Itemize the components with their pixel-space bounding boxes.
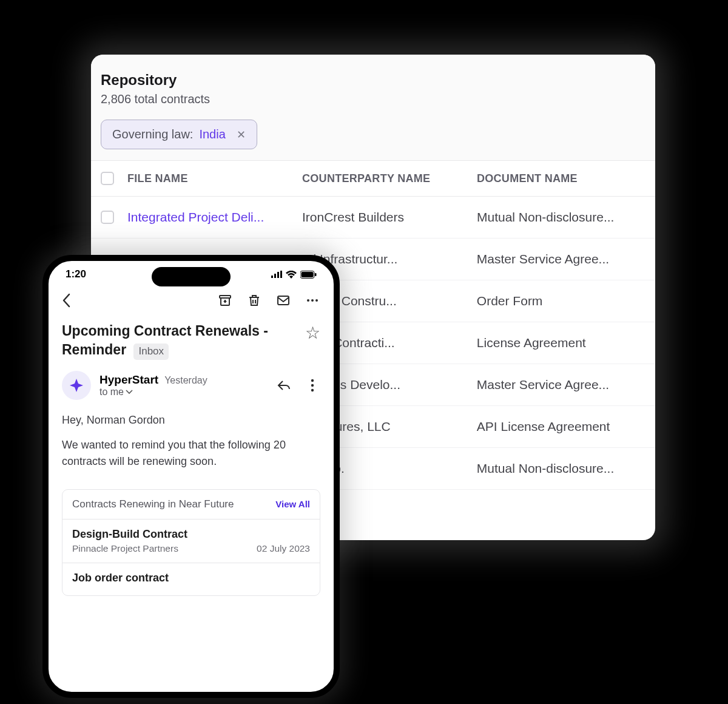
filter-chip-governing-law[interactable]: Governing law: India ✕ [101, 120, 257, 149]
renewal-item-title: Job order contract [72, 572, 310, 584]
column-file-name[interactable]: FILE NAME [127, 172, 302, 185]
mail-time: Yesterday [164, 375, 207, 386]
cell-counterparty: IronCrest Builders [302, 210, 477, 225]
back-button[interactable] [62, 293, 70, 308]
close-icon[interactable]: ✕ [237, 128, 246, 141]
mail-icon[interactable] [275, 293, 291, 308]
cell-document-name: Mutual Non-disclosure... [477, 210, 645, 225]
table-row[interactable]: Integrated Project Deli...IronCrest Buil… [91, 197, 655, 239]
svg-rect-1 [274, 274, 276, 278]
column-document-name[interactable]: DOCUMENT NAME [477, 172, 645, 185]
battery-icon [300, 271, 317, 279]
cell-document-name: Master Service Agree... [477, 377, 645, 392]
sender-name[interactable]: HyperStart [99, 373, 158, 387]
mail-paragraph: We wanted to remind you that the followi… [62, 437, 320, 470]
renewal-item-title: Design-Build Contract [72, 528, 310, 541]
renewal-item-party: Pinnacle Project Partners [72, 543, 178, 554]
svg-point-12 [311, 379, 314, 382]
row-checkbox[interactable] [101, 211, 114, 224]
status-time: 1:20 [66, 268, 86, 280]
cell-document-name: Order Form [477, 294, 645, 308]
repository-header: Repository 2,806 total contracts Governi… [91, 55, 655, 161]
recipient-line[interactable]: to me [99, 387, 268, 398]
svg-rect-8 [278, 296, 289, 305]
recipient-text: to me [99, 387, 124, 398]
cell-document-name: Master Service Agree... [477, 252, 645, 266]
repository-title: Repository [101, 72, 645, 89]
filter-value: India [199, 127, 225, 141]
svg-rect-5 [302, 272, 314, 277]
svg-rect-2 [277, 272, 279, 278]
cell-document-name: Mutual Non-disclosure... [477, 461, 645, 476]
signal-icon [271, 271, 282, 278]
renewal-list: Design-Build ContractPinnacle Project Pa… [62, 520, 320, 595]
svg-rect-3 [280, 271, 282, 278]
svg-point-9 [307, 299, 309, 302]
renewal-card: Contracts Renewing in Near Future View A… [62, 489, 320, 596]
more-icon[interactable] [305, 293, 320, 308]
mail-meta: HyperStart Yesterday to me [49, 371, 334, 412]
cell-document-name: API License Agreement [477, 419, 645, 434]
mail-toolbar [49, 284, 334, 314]
svg-point-14 [311, 389, 314, 391]
cell-file-name[interactable]: Integrated Project Deli... [127, 210, 302, 225]
cell-document-name: License Agreement [477, 336, 645, 350]
repository-subtitle: 2,806 total contracts [101, 92, 645, 106]
renewal-card-header: Contracts Renewing in Near Future View A… [62, 490, 320, 520]
wifi-icon [286, 271, 297, 279]
svg-rect-6 [315, 273, 317, 276]
star-icon[interactable]: ☆ [305, 323, 320, 343]
mail-subject: Upcoming Contract Renewals - Reminder In… [62, 322, 295, 360]
sender-avatar[interactable] [62, 371, 91, 400]
table-header-row: FILE NAME COUNTERPARTY NAME DOCUMENT NAM… [91, 161, 655, 197]
renewal-item[interactable]: Design-Build ContractPinnacle Project Pa… [62, 520, 320, 563]
svg-point-13 [311, 384, 314, 387]
chevron-down-icon [126, 390, 133, 394]
folder-tag[interactable]: Inbox [133, 344, 169, 360]
column-counterparty[interactable]: COUNTERPARTY NAME [302, 172, 477, 185]
view-all-link[interactable]: View All [275, 499, 310, 509]
svg-point-10 [311, 299, 314, 302]
filter-label: Governing law: [112, 127, 193, 141]
phone-notch [152, 267, 231, 286]
delete-icon[interactable] [246, 293, 262, 308]
reply-icon[interactable] [277, 377, 292, 393]
renewal-item[interactable]: Job order contract [62, 563, 320, 595]
svg-point-11 [315, 299, 318, 302]
more-vertical-icon[interactable] [305, 377, 320, 393]
renewal-item-date: 02 July 2023 [257, 543, 310, 554]
mail-greeting: Hey, Norman Gordon [62, 412, 320, 428]
mail-body: Hey, Norman Gordon We wanted to remind y… [49, 412, 334, 489]
archive-icon[interactable] [217, 293, 233, 308]
phone-mockup: 1:20 Upcoming Contract Renewals - Remind… [42, 255, 340, 698]
svg-rect-0 [271, 276, 273, 278]
renewal-card-title: Contracts Renewing in Near Future [72, 498, 234, 510]
mail-subject-row: Upcoming Contract Renewals - Reminder In… [49, 314, 334, 371]
svg-rect-7 [220, 296, 231, 298]
select-all-checkbox[interactable] [101, 172, 114, 185]
